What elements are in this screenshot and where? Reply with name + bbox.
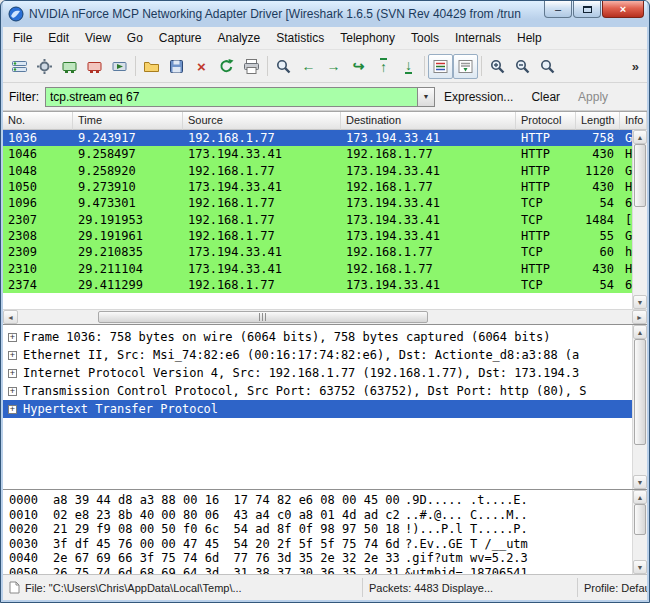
status-file-section[interactable]: File: "C:\Users\Chris\AppData\Local\Temp… (3, 578, 363, 597)
scroll-up-button[interactable]: ▲ (633, 490, 647, 504)
go-to-packet-button[interactable]: ↪ (346, 54, 371, 79)
go-to-top-button[interactable]: ↑ (371, 54, 396, 79)
packet-row[interactable]: 10969.473301192.168.1.77173.194.33.41TCP… (3, 195, 632, 211)
menu-item-telephony[interactable]: Telephony (332, 28, 403, 48)
packet-row[interactable]: 10509.273910173.194.33.41192.168.1.77HTT… (3, 179, 632, 195)
hex-row[interactable]: 0000a8 39 44 d8 a3 88 00 16 17 74 82 e6 … (9, 493, 632, 508)
capture-restart-button[interactable] (107, 54, 132, 79)
packet-row[interactable]: 10469.258497173.194.33.41192.168.1.77HTT… (3, 146, 632, 162)
menu-item-tools[interactable]: Tools (403, 28, 447, 48)
toolbar-overflow-chevron[interactable]: » (632, 59, 643, 74)
go-to-bottom-button[interactable]: ↓ (396, 54, 421, 79)
expander-plus-icon[interactable]: + (8, 351, 17, 360)
detail-row[interactable]: +Hypertext Transfer Protocol (3, 400, 632, 418)
column-header-len[interactable]: Length (576, 112, 620, 130)
packet-row[interactable]: 10369.243917192.168.1.77173.194.33.41HTT… (3, 130, 632, 146)
scroll-right-button[interactable]: ► (632, 310, 647, 324)
menu-item-statistics[interactable]: Statistics (268, 28, 332, 48)
status-profile-section[interactable]: Profile: Default (578, 578, 647, 597)
scroll-down-button[interactable]: ▼ (633, 475, 647, 489)
scroll-down-button[interactable]: ▼ (633, 295, 647, 309)
column-header-proto[interactable]: Protocol (516, 112, 576, 130)
menu-item-capture[interactable]: Capture (151, 28, 210, 48)
scroll-up-button[interactable]: ▲ (633, 325, 647, 339)
capture-stop-button[interactable] (82, 54, 107, 79)
menu-item-go[interactable]: Go (119, 28, 151, 48)
close-button[interactable]: × (602, 1, 644, 18)
interface-list-button[interactable] (7, 54, 32, 79)
column-header-time[interactable]: Time (73, 112, 183, 130)
hex-row[interactable]: 005026 75 74 6d 68 69 64 3d 31 38 37 30 … (9, 566, 632, 575)
filter-input[interactable] (45, 87, 417, 107)
detail-row[interactable]: +Transmission Control Protocol, Src Port… (3, 382, 632, 400)
open-file-button[interactable] (139, 54, 164, 79)
column-header-dst[interactable]: Destination (341, 112, 516, 130)
menu-item-edit[interactable]: Edit (40, 28, 77, 48)
hex-row[interactable]: 00402e 67 69 66 3f 75 74 6d 77 76 3d 35 … (9, 551, 632, 566)
hex-row[interactable]: 002021 29 f9 08 00 50 f0 6c 54 ad 8f 0f … (9, 522, 632, 537)
menu-item-view[interactable]: View (77, 28, 119, 48)
capture-start-button[interactable] (57, 54, 82, 79)
packet-list-hscrollbar[interactable]: ◄ ► (3, 309, 647, 324)
menu-item-file[interactable]: File (5, 28, 40, 48)
scroll-thumb[interactable] (634, 339, 646, 445)
hex-row[interactable]: 001002 e8 23 8b 40 00 80 06 43 a4 c0 a8 … (9, 508, 632, 523)
zoom-in-button[interactable] (485, 54, 510, 79)
column-header-no[interactable]: No. (3, 112, 73, 130)
cell-time: 29.191953 (73, 213, 183, 227)
find-packet-button[interactable] (271, 54, 296, 79)
menu-item-help[interactable]: Help (509, 28, 550, 48)
packet-row[interactable]: 230829.191961192.168.1.77173.194.33.41HT… (3, 228, 632, 244)
colorize-toggle-button[interactable] (428, 54, 453, 79)
cell-src: 173.194.33.41 (183, 245, 341, 259)
cell-len: 54 (576, 278, 620, 292)
expander-plus-icon[interactable]: + (8, 405, 17, 414)
packet-row[interactable]: 230729.191953192.168.1.77173.194.33.41TC… (3, 211, 632, 227)
cell-info: G (620, 131, 632, 145)
reload-button[interactable] (214, 54, 239, 79)
close-file-button[interactable]: × (189, 54, 214, 79)
clear-button[interactable]: Clear (522, 87, 569, 107)
zoom-reset-button[interactable] (535, 54, 560, 79)
print-button[interactable] (239, 54, 264, 79)
auto-scroll-toggle-button[interactable] (453, 54, 478, 79)
title-bar[interactable]: NVIDIA nForce MCP Networking Adapter Dri… (3, 1, 647, 27)
expander-plus-icon[interactable]: + (8, 387, 17, 396)
packet-row[interactable]: 230929.210835173.194.33.41192.168.1.77TC… (3, 244, 632, 260)
expression-button[interactable]: Expression... (435, 87, 522, 107)
column-header-info[interactable]: Info (620, 112, 647, 130)
packet-row[interactable]: 10489.258920192.168.1.77173.194.33.41HTT… (3, 163, 632, 179)
apply-button[interactable]: Apply (569, 87, 617, 107)
scroll-left-button[interactable]: ◄ (3, 310, 18, 324)
hex-row[interactable]: 00303f df 45 76 00 00 47 45 54 20 2f 5f … (9, 537, 632, 552)
details-vscrollbar[interactable]: ▲ ▼ (632, 325, 647, 489)
scroll-down-button[interactable]: ▼ (633, 560, 647, 574)
menu-item-internals[interactable]: Internals (447, 28, 509, 48)
filter-dropdown-button[interactable]: ▼ (417, 87, 435, 107)
scroll-thumb[interactable] (634, 144, 646, 207)
scroll-up-button[interactable]: ▲ (633, 130, 647, 144)
detail-row[interactable]: +Internet Protocol Version 4, Src: 192.1… (3, 364, 632, 382)
expander-plus-icon[interactable]: + (8, 369, 17, 378)
scroll-thumb[interactable] (634, 504, 646, 535)
go-back-button[interactable]: ← (296, 54, 321, 79)
go-forward-button[interactable]: → (321, 54, 346, 79)
column-header-src[interactable]: Source (183, 112, 341, 130)
scroll-track[interactable] (633, 504, 647, 560)
scroll-track[interactable] (633, 144, 647, 295)
hscroll-thumb[interactable] (98, 311, 428, 323)
maximize-button[interactable] (573, 1, 601, 18)
detail-row[interactable]: +Ethernet II, Src: Msi_74:82:e6 (00:16:1… (3, 346, 632, 364)
menu-item-analyze[interactable]: Analyze (210, 28, 269, 48)
scroll-track[interactable] (633, 339, 647, 475)
hex-vscrollbar[interactable]: ▲ ▼ (632, 490, 647, 574)
expander-plus-icon[interactable]: + (8, 333, 17, 342)
detail-row[interactable]: +Frame 1036: 758 bytes on wire (6064 bit… (3, 328, 632, 346)
zoom-out-button[interactable] (510, 54, 535, 79)
minimize-button[interactable]: – (544, 1, 572, 18)
capture-options-button[interactable] (32, 54, 57, 79)
packet-list-vscrollbar[interactable]: ▲ ▼ (632, 130, 647, 309)
packet-row[interactable]: 237429.411299192.168.1.77173.194.33.41TC… (3, 277, 632, 293)
save-file-button[interactable] (164, 54, 189, 79)
packet-row[interactable]: 231029.211104173.194.33.41192.168.1.77HT… (3, 260, 632, 276)
